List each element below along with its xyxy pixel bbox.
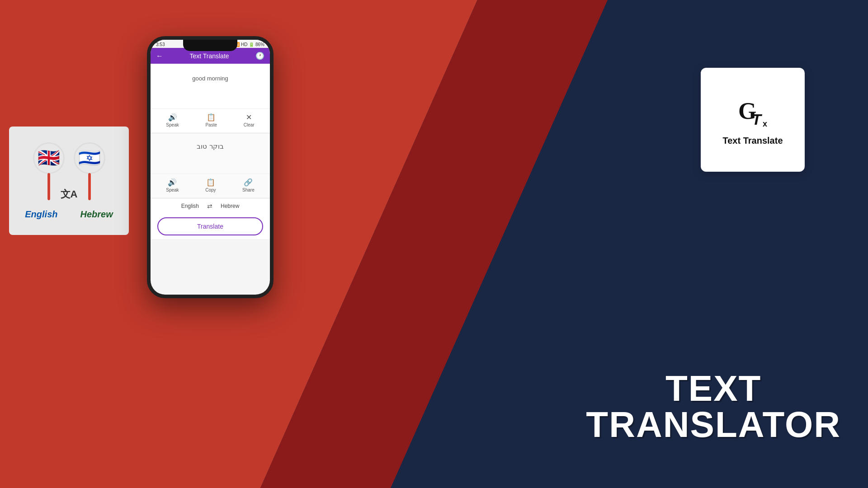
copy-label: Copy (205, 188, 216, 192)
hebrew-flag: 🇮🇱 (74, 142, 105, 174)
english-stick (47, 173, 50, 200)
app-title: Text Translate (163, 52, 255, 60)
battery-pct: 86% (255, 42, 264, 47)
target-language-button[interactable]: Hebrew (217, 202, 243, 210)
speak-output-label: Speak (166, 188, 179, 192)
right-card-title: Text Translate (722, 136, 783, 146)
status-icons: 📶 HD 🔋 86% (234, 42, 264, 47)
big-text-line1: TEXT (586, 371, 841, 407)
clear-label: Clear (244, 122, 255, 127)
right-logo-card: G T x Text Translate (701, 68, 805, 172)
speak-output-button[interactable]: 🔊 Speak (162, 176, 182, 194)
language-selector-bar: English ⇄ Hebrew (151, 198, 270, 214)
output-area: בוקר טוב (151, 133, 270, 174)
paste-button[interactable]: 📋 Paste (202, 111, 221, 129)
input-area[interactable]: good morning (151, 64, 270, 109)
share-button[interactable]: 🔗 Share (239, 176, 258, 194)
gt-logo-svg: G T x (735, 94, 771, 130)
status-time: 3:53 (156, 42, 165, 47)
hebrew-label: Hebrew (80, 209, 113, 220)
translate-button[interactable]: Translate (157, 217, 263, 235)
svg-text:T: T (752, 111, 763, 128)
output-text: בוקר טוב (155, 138, 265, 150)
big-text-line2: TRANSLATOR (586, 407, 841, 443)
paste-label: Paste (205, 122, 217, 127)
english-label: English (25, 209, 57, 220)
clear-button[interactable]: ✕ Clear (240, 111, 258, 129)
flags-row: 🇬🇧 文A 🇮🇱 (33, 142, 105, 200)
input-text: good morning (155, 68, 265, 82)
source-language-button[interactable]: English (178, 202, 203, 210)
svg-text:x: x (763, 119, 767, 128)
back-button[interactable]: ← (156, 52, 163, 60)
paste-icon: 📋 (207, 113, 216, 122)
copy-icon: 📋 (206, 178, 215, 187)
phone-frame: 3:53 📶 HD 🔋 86% ← Text Translate 🕐 good … (147, 36, 274, 298)
phone-screen: 3:53 📶 HD 🔋 86% ← Text Translate 🕐 good … (151, 40, 270, 295)
clear-icon: ✕ (246, 113, 252, 122)
input-action-buttons: 🔊 Speak 📋 Paste ✕ Clear (151, 109, 270, 133)
share-icon: 🔗 (244, 178, 253, 187)
phone-notch (183, 40, 237, 51)
history-button[interactable]: 🕐 (255, 52, 264, 60)
lang-labels: English Hebrew (25, 209, 113, 220)
left-language-card: 🇬🇧 文A 🇮🇱 English Hebrew (9, 127, 129, 235)
output-action-buttons: 🔊 Speak 📋 Copy 🔗 Share (151, 174, 270, 198)
english-flag: 🇬🇧 (33, 142, 65, 174)
translate-button-container: Translate (151, 214, 270, 239)
share-label: Share (242, 188, 255, 192)
hebrew-stick (88, 173, 91, 200)
phone-container: 3:53 📶 HD 🔋 86% ← Text Translate 🕐 good … (140, 36, 280, 325)
speak-output-icon: 🔊 (168, 178, 177, 187)
speak-input-icon: 🔊 (168, 113, 177, 122)
translate-icon: 文A (58, 183, 80, 206)
big-text-container: TEXT TRANSLATOR (586, 371, 841, 443)
speak-input-label: Speak (166, 122, 179, 127)
speak-input-button[interactable]: 🔊 Speak (162, 111, 182, 129)
copy-button[interactable]: 📋 Copy (202, 176, 219, 194)
swap-languages-button[interactable]: ⇄ (207, 202, 212, 210)
